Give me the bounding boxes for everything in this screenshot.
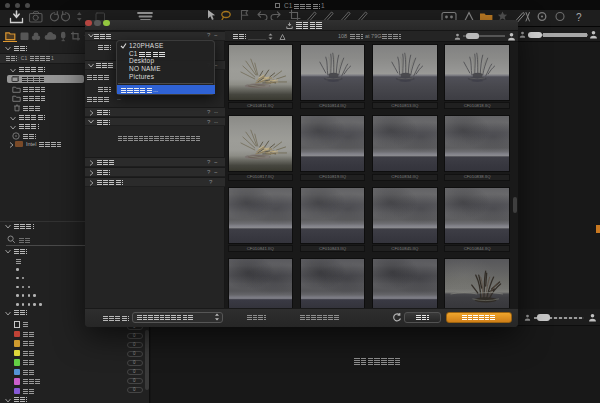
- svg-text:?: ?: [576, 12, 582, 23]
